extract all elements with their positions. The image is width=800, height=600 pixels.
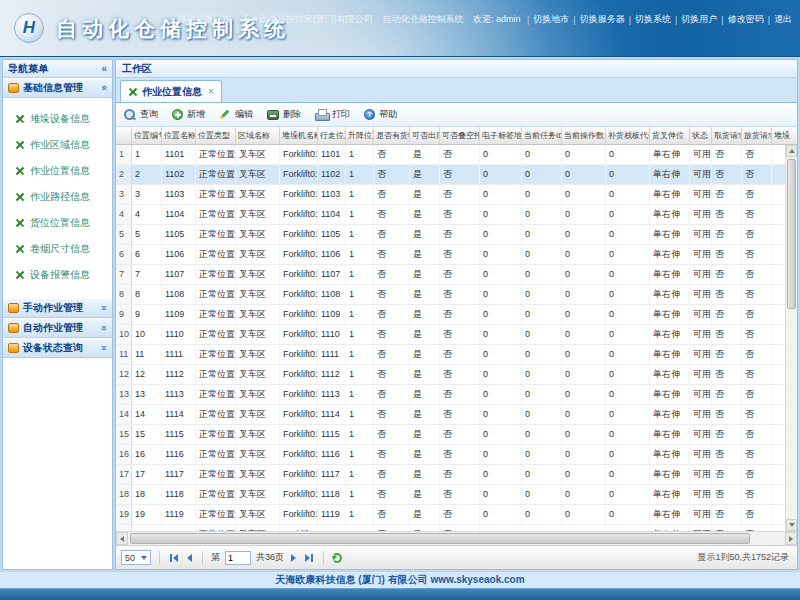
expand-chevron-icon[interactable]: « [99, 325, 109, 331]
tab-close-icon[interactable]: × [208, 86, 214, 97]
table-row[interactable]: 331103正常位置叉车区Forklift01,For11031否是否0000单… [116, 185, 787, 205]
table-row[interactable]: 10101110正常位置叉车区Forklift01,For11101否是否000… [116, 325, 787, 345]
table-row[interactable]: 11111111正常位置叉车区Forklift01,For11111否是否000… [116, 345, 787, 365]
table-row[interactable]: 551105正常位置叉车区Forklift01,For11051否是否0000单… [116, 225, 787, 245]
column-header-0[interactable] [116, 127, 132, 144]
sidebar-item-5[interactable]: 卷烟尺寸信息 [3, 236, 112, 262]
column-header-3[interactable]: 位置类型 [196, 127, 236, 144]
tab-position-info[interactable]: 作业位置信息 × [120, 80, 222, 102]
table-cell: 1115 [318, 425, 346, 444]
sidebar-panel-1[interactable]: 手动作业管理« [3, 298, 112, 318]
scroll-down-button[interactable] [786, 519, 797, 531]
sidebar-item-2[interactable]: 作业位置信息 [3, 158, 112, 184]
toolbar-button-2[interactable]: 编辑 [219, 108, 253, 121]
table-cell: 0 [480, 145, 522, 164]
expand-chevron-icon[interactable]: « [99, 305, 109, 311]
table-cell: 可用 [690, 445, 712, 464]
table-cell: 0 [522, 405, 562, 424]
column-header-16[interactable]: 状态 [690, 127, 712, 144]
sidebar-panel-3[interactable]: 设备状态查询« [3, 338, 112, 358]
header-link-1[interactable]: 切换服务器 [580, 14, 625, 24]
table-cell: 1107 [162, 265, 196, 284]
column-header-11[interactable]: 电子标签地址 [480, 127, 522, 144]
scroll-up-button[interactable] [786, 145, 797, 157]
table-row[interactable]: 19191119正常位置叉车区Forklift01,For11191否是否000… [116, 505, 787, 525]
column-header-8[interactable]: 是否有货物 [374, 127, 410, 144]
toolbar-button-1[interactable]: 新增 [172, 108, 205, 121]
toolbar-button-3[interactable]: 删除 [267, 108, 301, 121]
table-cell: 否 [440, 425, 480, 444]
expand-chevron-icon[interactable]: « [99, 345, 109, 351]
horizontal-scrollbar[interactable] [116, 531, 797, 545]
column-header-10[interactable]: 可否叠空托盘 [440, 127, 480, 144]
table-row[interactable]: 221102正常位置叉车区Forklift01,For11021否是否0000单… [116, 165, 787, 185]
table-cell: 6 [116, 245, 132, 264]
toolbar-button-5[interactable]: 帮助 [364, 108, 397, 121]
refresh-icon[interactable] [332, 553, 342, 563]
table-row[interactable]: 17171117正常位置叉车区Forklift01,For11171否是否000… [116, 465, 787, 485]
last-page-button[interactable] [303, 553, 315, 563]
vertical-scroll-thumb[interactable] [787, 159, 796, 309]
column-header-7[interactable]: 升降位置 [346, 127, 374, 144]
column-header-12[interactable]: 当前任务ID [522, 127, 562, 144]
table-cell: 否 [742, 305, 772, 324]
scroll-left-button[interactable] [116, 532, 128, 545]
column-header-5[interactable]: 堆垛机名称 [280, 127, 318, 144]
sidebar-item-0[interactable]: 堆垛设备信息 [3, 106, 112, 132]
header-link-3[interactable]: 切换用户 [681, 14, 717, 24]
table-row[interactable]: 661106正常位置叉车区Forklift01,For11061否是否0000单… [116, 245, 787, 265]
table-row[interactable]: 14141114正常位置叉车区Forklift01,For11141否是否000… [116, 405, 787, 425]
scroll-right-button[interactable] [785, 532, 797, 545]
column-header-19[interactable]: 堆垛 [772, 127, 797, 144]
table-cell: 可用 [690, 145, 712, 164]
table-row[interactable]: 13131113正常位置叉车区Forklift01,For11131否是否000… [116, 385, 787, 405]
column-header-14[interactable]: 补货栈板代码 [606, 127, 650, 144]
horizontal-scroll-thumb[interactable] [130, 533, 750, 544]
prev-page-button[interactable] [185, 553, 194, 563]
column-header-9[interactable]: 可否出库 [410, 127, 440, 144]
table-cell: 正常位置 [196, 285, 236, 304]
sidebar-panel-2[interactable]: 自动作业管理« [3, 318, 112, 338]
table-row[interactable]: 15151115正常位置叉车区Forklift01,For11151否是否000… [116, 425, 787, 445]
table-cell: 1116 [318, 445, 346, 464]
column-header-18[interactable]: 放货请求 [742, 127, 772, 144]
table-row[interactable]: 12121112正常位置叉车区Forklift01,For11121否是否000… [116, 365, 787, 385]
header-link-4[interactable]: 修改密码 [728, 14, 764, 24]
table-row[interactable]: 18181118正常位置叉车区Forklift01,For11181否是否000… [116, 485, 787, 505]
sidebar-item-3[interactable]: 作业路径信息 [3, 184, 112, 210]
table-row[interactable]: 771107正常位置叉车区Forklift01,For11071否是否0000单… [116, 265, 787, 285]
first-page-button[interactable] [168, 553, 180, 563]
page-input[interactable] [225, 551, 251, 565]
column-header-15[interactable]: 货叉伸位 [650, 127, 690, 144]
table-cell: 可用 [690, 205, 712, 224]
table-row[interactable]: 16161116正常位置叉车区Forklift01,For11161否是否000… [116, 445, 787, 465]
table-row[interactable]: 991109正常位置叉车区Forklift01,For11091否是否0000单… [116, 305, 787, 325]
sidebar-panel-label: 设备状态查询 [23, 341, 83, 355]
sidebar-item-6[interactable]: 设备报警信息 [3, 262, 112, 288]
table-row[interactable]: 441104正常位置叉车区Forklift01,For11041否是否0000单… [116, 205, 787, 225]
toolbar-button-0[interactable]: 查询 [124, 108, 158, 121]
table-cell: Forklift01,For [280, 145, 318, 164]
table-cell: 否 [742, 445, 772, 464]
page-size-select[interactable]: 50 [121, 550, 151, 565]
toolbar-button-4[interactable]: 打印 [315, 108, 350, 121]
sidebar-panel-0[interactable]: 基础信息管理« [3, 78, 112, 98]
column-header-2[interactable]: 位置名称 [162, 127, 196, 144]
column-header-1[interactable]: 位置编号 [132, 127, 162, 144]
column-header-6[interactable]: 行走位置 [318, 127, 346, 144]
table-row[interactable]: 111101正常位置叉车区Forklift01,For11011否是否0000单… [116, 145, 787, 165]
sidebar-item-1[interactable]: 作业区域信息 [3, 132, 112, 158]
header-link-0[interactable]: 切换地市 [533, 14, 569, 24]
header-link-2[interactable]: 切换系统 [635, 14, 671, 24]
sidebar-item-4[interactable]: 货位位置信息 [3, 210, 112, 236]
table-row[interactable]: 881108正常位置叉车区Forklift01,For11081否是否0000单… [116, 285, 787, 305]
next-page-button[interactable] [289, 553, 298, 563]
column-header-17[interactable]: 取货请求 [712, 127, 742, 144]
table-cell: 否 [374, 265, 410, 284]
vertical-scrollbar[interactable] [785, 145, 797, 531]
header-link-5[interactable]: 退出 [774, 14, 792, 24]
column-header-4[interactable]: 区域名称 [236, 127, 280, 144]
sidebar-collapse-icon[interactable]: « [101, 64, 107, 74]
collapse-chevron-icon[interactable]: « [99, 85, 109, 91]
column-header-13[interactable]: 当前操作数量 [562, 127, 606, 144]
